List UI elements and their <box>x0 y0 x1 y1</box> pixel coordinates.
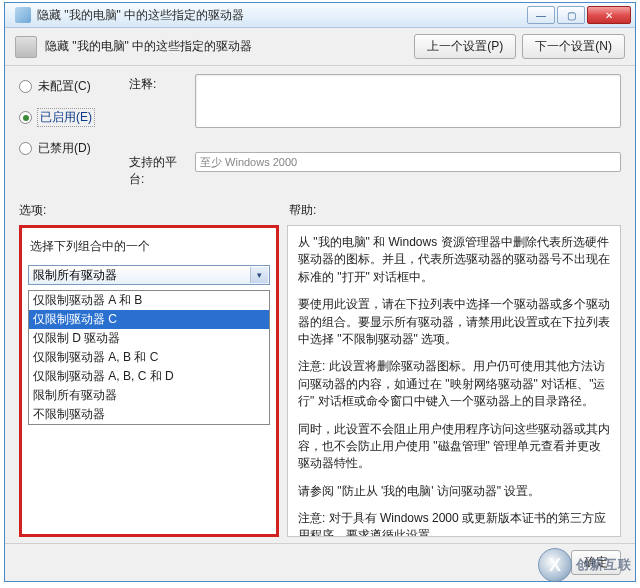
dropdown-item[interactable]: 仅限制驱动器 A 和 B <box>29 291 269 310</box>
platform-field: 支持的平台: 至少 Windows 2000 <box>129 152 621 188</box>
dropdown-item[interactable]: 仅限制驱动器 A, B 和 C <box>29 348 269 367</box>
options-title: 选择下列组合中的一个 <box>28 234 270 265</box>
watermark: X 创新互联 <box>538 548 632 582</box>
help-header: 帮助: <box>289 202 316 219</box>
radio-icon <box>19 80 32 93</box>
dialog-window: 隐藏 "我的电脑" 中的这些指定的驱动器 — ▢ ✕ 隐藏 "我的电脑" 中的这… <box>4 2 636 582</box>
drive-combo[interactable]: 限制所有驱动器 ▾ <box>28 265 270 285</box>
chevron-down-icon: ▾ <box>250 267 268 283</box>
close-button[interactable]: ✕ <box>587 6 631 24</box>
dropdown-item[interactable]: 不限制驱动器 <box>29 405 269 424</box>
radio-enabled[interactable]: 已启用(E) <box>19 109 129 126</box>
prev-setting-button[interactable]: 上一个设置(P) <box>414 34 516 59</box>
help-paragraph: 请参阅 "防止从 '我的电脑' 访问驱动器" 设置。 <box>298 483 610 500</box>
combo-selected-text: 限制所有驱动器 <box>33 267 117 284</box>
next-setting-button[interactable]: 下一个设置(N) <box>522 34 625 59</box>
comment-label: 注释: <box>129 74 189 93</box>
options-header: 选项: <box>19 202 289 219</box>
platform-label: 支持的平台: <box>129 152 189 188</box>
radio-icon <box>19 142 32 155</box>
minimize-button[interactable]: — <box>527 6 555 24</box>
dropdown-item[interactable]: 仅限制 D 驱动器 <box>29 329 269 348</box>
toolbar: 隐藏 "我的电脑" 中的这些指定的驱动器 上一个设置(P) 下一个设置(N) <box>5 28 635 66</box>
help-paragraph: 注意: 对于具有 Windows 2000 或更新版本证书的第三方应用程序，要求… <box>298 510 610 537</box>
radio-label: 已启用(E) <box>38 109 94 126</box>
options-panel: 选择下列组合中的一个 限制所有驱动器 ▾ 仅限制驱动器 A 和 B 仅限制驱动器… <box>19 225 279 537</box>
watermark-logo-icon: X <box>538 548 572 582</box>
radio-disabled[interactable]: 已禁用(D) <box>19 140 129 157</box>
radio-not-configured[interactable]: 未配置(C) <box>19 78 129 95</box>
app-icon <box>15 7 31 23</box>
radio-icon <box>19 111 32 124</box>
dropdown-item[interactable]: 仅限制驱动器 A, B, C 和 D <box>29 367 269 386</box>
help-paragraph: 注意: 此设置将删除驱动器图标。用户仍可使用其他方法访问驱动器的内容，如通过在 … <box>298 358 610 410</box>
radio-group: 未配置(C) 已启用(E) 已禁用(D) <box>19 74 129 188</box>
dropdown-item[interactable]: 限制所有驱动器 <box>29 386 269 405</box>
radio-label: 未配置(C) <box>38 78 91 95</box>
main-columns: 选择下列组合中的一个 限制所有驱动器 ▾ 仅限制驱动器 A 和 B 仅限制驱动器… <box>5 221 635 543</box>
maximize-button[interactable]: ▢ <box>557 6 585 24</box>
radio-label: 已禁用(D) <box>38 140 91 157</box>
nav-buttons: 上一个设置(P) 下一个设置(N) <box>414 34 625 59</box>
comment-field: 注释: <box>129 74 621 128</box>
window-title: 隐藏 "我的电脑" 中的这些指定的驱动器 <box>37 7 527 24</box>
watermark-text: 创新互联 <box>576 556 632 574</box>
fields-column: 注释: 支持的平台: 至少 Windows 2000 <box>129 74 621 188</box>
toolbar-heading: 隐藏 "我的电脑" 中的这些指定的驱动器 <box>45 38 406 55</box>
drive-dropdown: 仅限制驱动器 A 和 B 仅限制驱动器 C 仅限制 D 驱动器 仅限制驱动器 A… <box>28 290 270 425</box>
help-paragraph: 同时，此设置不会阻止用户使用程序访问这些驱动器或其内容，也不会防止用户使用 "磁… <box>298 421 610 473</box>
window-controls: — ▢ ✕ <box>527 6 631 24</box>
help-paragraph: 从 "我的电脑" 和 Windows 资源管理器中删除代表所选硬件驱动器的图标。… <box>298 234 610 286</box>
comment-input[interactable] <box>195 74 621 128</box>
platform-text: 至少 Windows 2000 <box>195 152 621 172</box>
dropdown-item[interactable]: 仅限制驱动器 C <box>29 310 269 329</box>
help-panel: 从 "我的电脑" 和 Windows 资源管理器中删除代表所选硬件驱动器的图标。… <box>287 225 621 537</box>
section-headers: 选项: 帮助: <box>5 192 635 221</box>
config-area: 未配置(C) 已启用(E) 已禁用(D) 注释: 支持的平台: 至少 Windo… <box>5 66 635 192</box>
help-paragraph: 要使用此设置，请在下拉列表中选择一个驱动器或多个驱动器的组合。要显示所有驱动器，… <box>298 296 610 348</box>
policy-icon <box>15 36 37 58</box>
titlebar[interactable]: 隐藏 "我的电脑" 中的这些指定的驱动器 — ▢ ✕ <box>5 3 635 28</box>
